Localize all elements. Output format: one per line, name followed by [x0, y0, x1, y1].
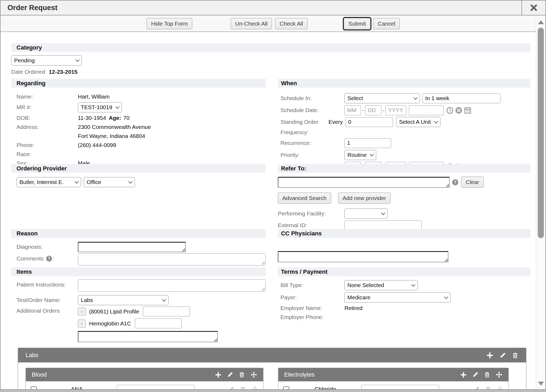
group-delete-button[interactable] — [484, 371, 490, 378]
schedule-calendar-button[interactable] — [464, 107, 471, 114]
svg-text:?: ? — [454, 180, 457, 185]
add-order-search-input[interactable] — [78, 331, 218, 342]
labs-add-button[interactable] — [486, 352, 493, 359]
cc-physicians-input[interactable] — [278, 251, 448, 262]
payer-select[interactable]: Medicare — [344, 292, 451, 303]
ordering-provider-select[interactable]: Butler, Internist E. — [17, 177, 81, 187]
order-label: Hemoglobin A1C — [89, 320, 131, 327]
chevron-down-icon — [444, 295, 448, 299]
lab-test-checkbox[interactable] — [31, 386, 37, 390]
schedule-clock-button[interactable] — [446, 107, 453, 114]
group-edit-button[interactable] — [472, 371, 479, 378]
row-edit-button[interactable] — [473, 386, 480, 389]
standing-order-unit-select[interactable]: Select A Unit — [396, 117, 440, 127]
dialog-titlebar: Order Request — [1, 1, 545, 15]
vertical-scrollbar[interactable] — [536, 15, 545, 389]
clock-icon — [446, 107, 453, 114]
hide-top-form-button[interactable]: Hide Top Form — [147, 18, 192, 29]
schedule-date-mm-input[interactable] — [344, 105, 361, 115]
address-line2: Fort Wayne, Indiana 46804 — [78, 133, 145, 139]
scroll-down-icon[interactable] — [538, 382, 544, 386]
diagnosis-input[interactable] — [78, 242, 186, 252]
group-move-handle[interactable] — [496, 371, 503, 378]
patient-instructions-label: Patient Instructions: — [17, 281, 78, 288]
lab-test-row: Chloride — [278, 381, 508, 389]
schedule-in-select[interactable]: Select — [344, 93, 420, 103]
category-select[interactable]: Pending — [11, 55, 82, 66]
comments-help-button[interactable]: ? — [46, 255, 52, 262]
external-id-input[interactable] — [344, 220, 422, 230]
group-delete-button[interactable] — [239, 371, 245, 378]
frequency-label: Frequency: — [280, 129, 344, 136]
clear-button[interactable]: Clear — [461, 177, 484, 188]
chevron-down-icon — [75, 58, 80, 62]
cc-physicians-heading: CC Physicians — [278, 229, 531, 238]
check-all-button[interactable]: Check All — [275, 18, 308, 29]
group-add-button[interactable] — [460, 371, 467, 378]
row-delete-button[interactable] — [485, 386, 491, 389]
remove-order-button[interactable]: - — [78, 320, 86, 328]
date-separator: - — [383, 107, 384, 113]
order-detail-input[interactable] — [143, 307, 190, 316]
refer-to-help-button[interactable]: ? — [452, 179, 459, 186]
group-move-handle[interactable] — [250, 371, 257, 378]
chevron-down-icon — [411, 282, 416, 287]
uncheck-all-button[interactable]: Un-Check All — [231, 18, 272, 29]
patient-instructions-textarea[interactable] — [78, 279, 266, 292]
row-delete-button[interactable] — [240, 386, 246, 389]
address-label: Address: — [17, 124, 78, 130]
refer-to-search-input[interactable] — [278, 177, 450, 188]
schedule-in-input[interactable] — [423, 93, 500, 103]
comments-textarea[interactable] — [78, 253, 266, 266]
schedule-date-clear-button[interactable] — [455, 107, 462, 114]
group-add-button[interactable] — [215, 371, 222, 378]
scroll-up-icon[interactable] — [538, 20, 544, 24]
standing-order-every-input[interactable] — [346, 117, 393, 127]
calendar-icon — [464, 107, 471, 114]
schedule-date-dd-input[interactable] — [365, 105, 382, 115]
when-heading: When — [278, 79, 531, 88]
bill-type-select[interactable]: None Selected — [344, 280, 418, 290]
bill-type-value: None Selected — [347, 282, 384, 288]
row-move-handle[interactable] — [497, 386, 504, 389]
schedule-time-input[interactable] — [409, 105, 444, 115]
lab-test-row: ANA — [26, 381, 263, 389]
scrollbar-thumb[interactable] — [538, 28, 544, 238]
order-detail-input[interactable] — [135, 318, 182, 328]
test-order-value: Labs — [81, 297, 93, 303]
pencil-icon — [473, 386, 480, 389]
mr-select[interactable]: TEST-10019 — [78, 102, 122, 112]
performing-facility-select[interactable] — [344, 209, 388, 219]
remove-order-button[interactable]: - — [78, 308, 86, 316]
chevron-down-icon — [162, 297, 166, 301]
form-content: Category Pending Date Ordered 12-23-2015… — [1, 32, 536, 389]
external-id-label: External ID: — [278, 222, 344, 228]
row-edit-button[interactable] — [228, 386, 234, 389]
lab-test-input[interactable] — [117, 385, 195, 390]
advanced-search-button[interactable]: Advanced Search — [278, 193, 331, 204]
cancel-button[interactable]: Cancel — [373, 18, 400, 29]
labs-delete-button[interactable] — [512, 352, 519, 359]
diagnosis-label: Diagnosis: — [17, 244, 78, 250]
provider-location-select[interactable]: Office — [84, 177, 135, 187]
chevron-down-icon — [413, 95, 418, 100]
lab-test-input[interactable] — [361, 385, 439, 390]
additional-order-row: - (80061) Lipid Profile — [78, 307, 218, 316]
lab-test-name: Chloride — [289, 386, 361, 389]
group-edit-button[interactable] — [227, 371, 233, 378]
priority-label: Priority: — [280, 152, 344, 158]
trash-icon — [512, 352, 519, 359]
add-new-provider-button[interactable]: Add new provider — [338, 193, 391, 204]
employer-name-value: Retired — [344, 305, 363, 311]
close-button[interactable] — [521, 1, 545, 15]
recurrence-input[interactable] — [344, 138, 391, 148]
row-move-handle[interactable] — [251, 386, 258, 389]
labs-edit-button[interactable] — [499, 352, 506, 359]
submit-button[interactable]: Submit — [344, 18, 370, 29]
lab-test-checkbox[interactable] — [283, 386, 289, 390]
schedule-date-yyyy-input[interactable] — [386, 105, 406, 115]
test-order-select[interactable]: Labs — [78, 295, 168, 305]
priority-select[interactable]: Routine — [344, 150, 376, 160]
pencil-icon — [227, 371, 233, 378]
help-icon: ? — [46, 255, 52, 262]
